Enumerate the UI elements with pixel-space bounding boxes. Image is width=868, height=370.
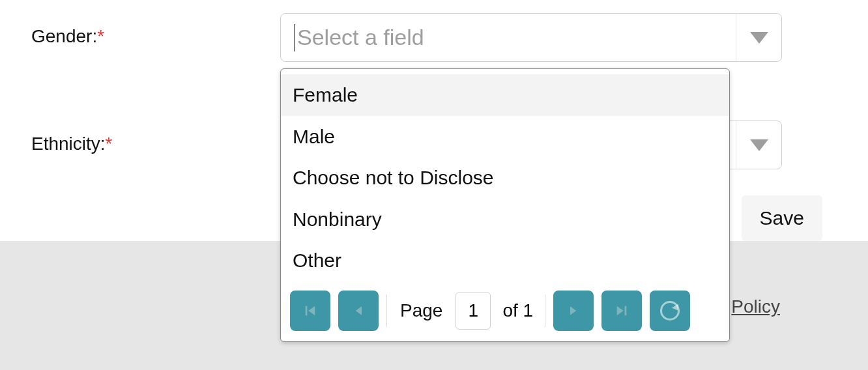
gender-caret-cell[interactable] xyxy=(736,14,781,61)
pager-separator xyxy=(545,294,545,327)
ethnicity-label: Ethnicity: xyxy=(31,134,106,154)
save-button[interactable]: Save xyxy=(742,195,822,241)
page-label: Page xyxy=(395,300,448,321)
text-cursor xyxy=(294,24,295,51)
required-star: * xyxy=(97,26,104,46)
pager-separator xyxy=(386,294,387,327)
option-list: Female Male Choose not to Disclose Nonbi… xyxy=(281,69,729,281)
svg-rect-0 xyxy=(306,306,308,315)
next-page-button[interactable] xyxy=(553,291,594,331)
refresh-icon xyxy=(660,301,680,320)
option-nonbinary[interactable]: Nonbinary xyxy=(281,199,729,240)
svg-marker-4 xyxy=(617,306,624,315)
svg-marker-2 xyxy=(356,306,362,315)
pager: Page 1 of 1 xyxy=(281,281,729,341)
gender-placeholder: Select a field xyxy=(297,25,424,50)
svg-rect-5 xyxy=(625,306,627,315)
last-page-icon xyxy=(615,304,629,318)
svg-marker-1 xyxy=(308,306,315,315)
svg-marker-3 xyxy=(570,306,576,315)
option-choose-not-to-disclose[interactable]: Choose not to Disclose xyxy=(281,157,729,199)
option-female[interactable]: Female xyxy=(281,74,729,116)
chevron-down-icon xyxy=(750,32,768,44)
ethnicity-label-col: Ethnicity:* xyxy=(0,121,280,154)
page-input-value: 1 xyxy=(469,300,479,321)
first-page-button[interactable] xyxy=(290,291,330,331)
field-row-gender: Gender:* Select a field xyxy=(0,13,868,62)
first-page-icon xyxy=(303,304,317,318)
gender-select-col: Select a field xyxy=(280,13,782,62)
chevron-down-icon xyxy=(750,139,768,151)
option-male[interactable]: Male xyxy=(281,116,729,158)
page-input[interactable]: 1 xyxy=(456,292,491,330)
page-of-text: of 1 xyxy=(499,300,537,321)
refresh-button[interactable] xyxy=(650,291,690,331)
gender-label-col: Gender:* xyxy=(0,13,280,47)
gender-dropdown-panel: Female Male Choose not to Disclose Nonbi… xyxy=(280,68,730,342)
prev-page-icon xyxy=(352,304,365,318)
policy-link[interactable]: Policy xyxy=(731,296,780,317)
next-page-icon xyxy=(567,304,580,318)
last-page-button[interactable] xyxy=(601,291,642,331)
prev-page-button[interactable] xyxy=(338,291,379,331)
gender-label: Gender: xyxy=(31,26,97,46)
gender-select[interactable]: Select a field xyxy=(280,13,782,62)
ethnicity-caret-cell[interactable] xyxy=(736,121,781,169)
option-other[interactable]: Other xyxy=(281,240,729,281)
required-star: * xyxy=(106,134,113,154)
